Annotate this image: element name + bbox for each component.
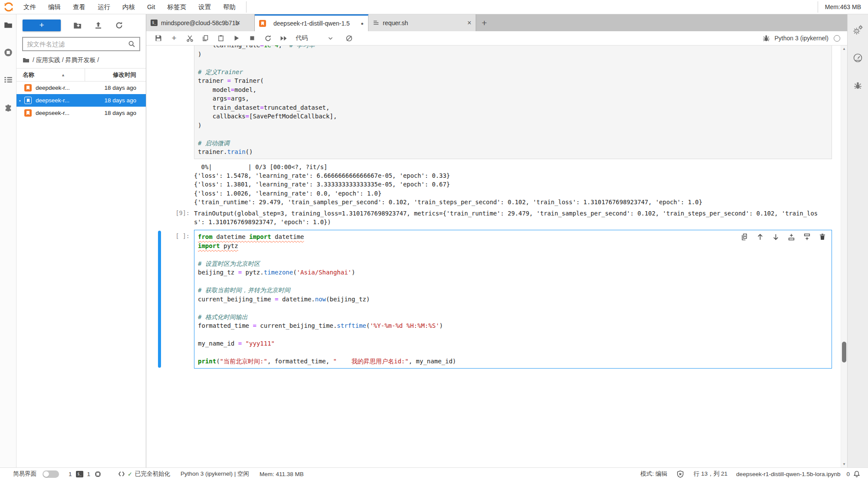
code-line: from datetime import datetime	[198, 232, 828, 242]
paste-cells-button[interactable]	[213, 33, 229, 44]
tab-terminal[interactable]: $_ mindspore@cloud-58c9b71b ×	[146, 14, 255, 31]
new-launcher-button[interactable]: +	[23, 20, 61, 31]
insert-cell-button[interactable]: +	[166, 33, 182, 44]
editor-mode[interactable]: 模式: 编辑	[641, 470, 667, 478]
close-icon[interactable]: ×	[467, 20, 471, 26]
upload-icon[interactable]	[88, 20, 108, 31]
breadcrumb-path[interactable]: / 应用实践 / 昇腾开发板 /	[33, 56, 99, 64]
menu-tabs[interactable]: 标签页	[161, 0, 193, 14]
kernel-sync-icon[interactable]	[341, 33, 357, 44]
tab-label: requer.sh	[383, 20, 408, 26]
cell-collapser-active[interactable]	[158, 231, 161, 368]
copy-cells-button[interactable]	[197, 33, 213, 44]
move-cell-up-icon[interactable]	[756, 233, 764, 241]
code-line: # 启动微调	[198, 139, 828, 148]
menu-kernel[interactable]: 内核	[116, 0, 141, 14]
active-filename-text: deepseek-r1-distill-qwen-1.5b-lora.ipynb	[736, 471, 840, 477]
file-row[interactable]: deepseek-r... 18 days ago	[16, 107, 146, 119]
property-inspector-icon[interactable]	[853, 25, 863, 35]
refresh-icon[interactable]	[108, 20, 129, 31]
file-filter-input[interactable]	[27, 41, 128, 48]
delete-cell-icon[interactable]	[819, 233, 826, 241]
close-icon[interactable]: ×	[236, 20, 240, 26]
menu-bar: 文件 编辑 查看 运行 内核 Git 标签页 设置 帮助 Mem:463 MB	[0, 0, 868, 14]
cut-cells-button[interactable]	[182, 33, 197, 44]
table-of-contents-icon[interactable]	[3, 74, 14, 85]
code-cell-trainer[interactable]: learning_rate=1e-4, # 学习率) # 定义Trainertr…	[146, 46, 841, 159]
move-cell-down-icon[interactable]	[772, 233, 779, 241]
debugger-icon[interactable]	[763, 35, 770, 42]
extension-manager-icon[interactable]	[3, 101, 14, 113]
file-row-selected[interactable]: • deepseek-r... 18 days ago	[16, 94, 146, 107]
code-editor-focused[interactable]: from datetime import datetimeimport pytz…	[194, 230, 832, 369]
memory-usage: Mem: 411.38 MB	[260, 471, 304, 477]
kernel-status[interactable]: Python 3 (ipykernel) | 空闲	[181, 470, 249, 478]
home-folder-icon[interactable]	[23, 57, 30, 64]
active-filename[interactable]: deepseek-r1-distill-qwen-1.5b-lora.ipynb	[736, 471, 840, 477]
tab-requer-sh[interactable]: requer.sh ×	[368, 14, 476, 31]
run-cell-button[interactable]	[229, 33, 244, 44]
file-list-header: 名称 ▲ 修改时间	[16, 68, 146, 82]
session-counts[interactable]: 1 $_ 1	[69, 470, 102, 478]
file-modified: 18 days ago	[85, 110, 146, 116]
code-line: # 格式化时间输出	[198, 313, 828, 322]
code-editor[interactable]: learning_rate=1e-4, # 学习率) # 定义Trainertr…	[194, 46, 832, 159]
scrollbar-thumb[interactable]	[842, 342, 846, 362]
insert-cell-below-icon[interactable]	[803, 233, 811, 241]
new-folder-icon[interactable]	[67, 20, 88, 31]
menu-file[interactable]: 文件	[17, 0, 42, 14]
unsaved-dot-icon[interactable]: ●	[361, 21, 364, 26]
code-line	[198, 330, 828, 340]
column-name[interactable]: 名称	[23, 71, 34, 79]
kernel-status-icon[interactable]	[834, 35, 840, 42]
menu-help[interactable]: 帮助	[217, 0, 242, 14]
add-tab-button[interactable]: +	[476, 14, 493, 31]
restart-kernel-button[interactable]	[260, 33, 276, 44]
output-line: {'loss': 1.3801, 'learning_rate': 3.3333…	[194, 180, 841, 189]
chevron-down-icon	[328, 36, 333, 41]
right-sidebar	[847, 14, 868, 467]
cell-type-dropdown[interactable]: 代码	[296, 34, 333, 42]
memory-usage-text: Mem: 411.38 MB	[260, 471, 304, 477]
interrupt-kernel-button[interactable]	[244, 33, 260, 44]
cursor-position[interactable]: 行 13，列 21	[694, 470, 727, 478]
scroll-down-icon[interactable]: ▼	[841, 462, 847, 466]
code-line: )	[198, 121, 828, 130]
dashboard-gauge-icon[interactable]	[853, 52, 863, 63]
kernel-count: 1	[87, 471, 91, 477]
terminal-count: 1	[69, 471, 72, 477]
menu-view[interactable]: 查看	[67, 0, 92, 14]
save-button[interactable]	[151, 33, 166, 44]
column-modified[interactable]: 修改时间	[85, 71, 146, 79]
notebook-scrollbar[interactable]: ▲ ▼	[841, 46, 847, 467]
insert-cell-above-icon[interactable]	[788, 233, 795, 241]
cell-output-stream: 0%| | 0/3 [00:00<?, ?it/s]{'loss': 1.547…	[146, 163, 841, 207]
code-line: learning_rate=1e-4, # 学习率	[198, 46, 828, 50]
cell-type-value: 代码	[296, 34, 308, 42]
restart-run-all-button[interactable]	[276, 33, 291, 44]
code-line	[198, 277, 828, 286]
code-line	[198, 304, 828, 313]
debugger-panel-icon[interactable]	[853, 80, 863, 91]
breadcrumb[interactable]: / 应用实践 / 昇腾开发板 /	[16, 54, 146, 68]
cursor-position-text: 行 13，列 21	[694, 470, 727, 478]
file-row[interactable]: deepdeek-r... 18 days ago	[16, 82, 146, 94]
menu-settings[interactable]: 设置	[192, 0, 217, 14]
duplicate-cell-icon[interactable]	[741, 233, 748, 241]
file-browser-icon[interactable]	[3, 20, 14, 31]
trust-indicator[interactable]	[677, 470, 684, 478]
kernel-name[interactable]: Python 3 (ipykernel)	[774, 35, 829, 42]
code-cell-datetime[interactable]: [ ]: from datetime import datetimeimport…	[146, 230, 841, 369]
simple-interface-toggle[interactable]	[43, 470, 59, 478]
cell-collapser[interactable]	[158, 46, 161, 158]
scroll-up-icon[interactable]: ▲	[841, 47, 847, 51]
running-sessions-icon[interactable]	[3, 47, 14, 58]
menu-run[interactable]: 运行	[92, 0, 116, 14]
code-line: callbacks=[SavePeftModelCallback],	[198, 112, 828, 121]
menu-edit[interactable]: 编辑	[42, 0, 67, 14]
tab-notebook-active[interactable]: deepseek-r1-distill-qwen-1.5 ●	[255, 14, 368, 31]
git-status[interactable]: ✓ 已完全初始化	[118, 470, 170, 478]
menu-git[interactable]: Git	[141, 0, 161, 14]
notebook-scroll-area[interactable]: learning_rate=1e-4, # 学习率) # 定义Trainertr…	[146, 46, 841, 467]
notifications-bell[interactable]	[853, 470, 860, 477]
